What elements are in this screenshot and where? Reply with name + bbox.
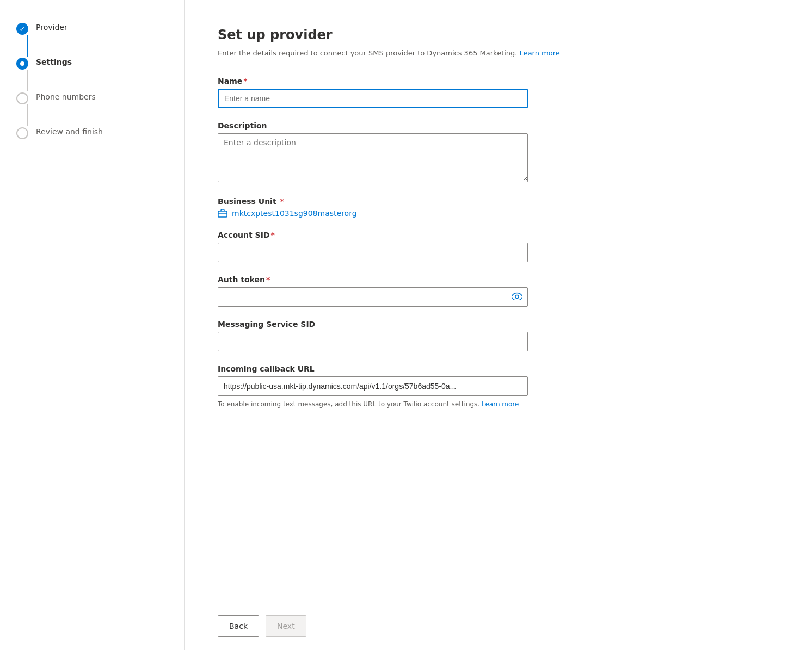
required-indicator-sid: * xyxy=(270,231,274,239)
dot-settings xyxy=(20,61,24,66)
description-label: Description xyxy=(218,121,779,130)
account-sid-input[interactable] xyxy=(218,243,528,262)
subtitle: Enter the details required to connect yo… xyxy=(218,49,779,57)
page-title: Set up provider xyxy=(218,27,779,42)
show-password-icon[interactable] xyxy=(512,293,522,302)
back-button[interactable]: Back xyxy=(218,615,259,637)
account-sid-group: Account SID* xyxy=(218,231,779,262)
required-indicator-bu: * xyxy=(278,197,284,206)
account-sid-label: Account SID* xyxy=(218,231,779,239)
callback-url-group: Incoming callback URL To enable incoming… xyxy=(218,364,779,409)
step-circle-phone xyxy=(16,92,28,104)
name-field-group: Name* xyxy=(218,77,779,108)
step-review: Review and finish xyxy=(16,126,168,139)
auth-token-input[interactable] xyxy=(218,287,528,307)
connector-2 xyxy=(27,70,28,91)
step-circle-settings xyxy=(16,58,28,70)
messaging-sid-group: Messaging Service SID xyxy=(218,320,779,351)
content-area: Set up provider Enter the details requir… xyxy=(185,0,812,602)
step-label-provider: Provider xyxy=(36,22,67,32)
required-indicator-auth: * xyxy=(266,275,270,284)
learn-more-link[interactable]: Learn more xyxy=(520,49,560,57)
description-field-group: Description xyxy=(218,121,779,184)
messaging-sid-input[interactable] xyxy=(218,332,528,351)
description-textarea[interactable] xyxy=(218,133,528,182)
auth-token-wrapper xyxy=(218,287,528,307)
footer: Back Next xyxy=(185,602,812,650)
required-indicator: * xyxy=(243,77,247,85)
step-label-phone: Phone numbers xyxy=(36,91,96,101)
callback-url-label: Incoming callback URL xyxy=(218,364,779,373)
step-circle-provider: ✓ xyxy=(16,23,28,35)
business-unit-value[interactable]: mktcxptest1031sg908masterorg xyxy=(218,209,779,218)
svg-point-2 xyxy=(515,295,519,299)
step-label-review: Review and finish xyxy=(36,126,103,136)
step-label-settings: Settings xyxy=(36,57,72,66)
business-unit-group: Business Unit * mktcxptest1031sg908maste… xyxy=(218,197,779,218)
callback-url-input[interactable] xyxy=(218,376,528,396)
connector-3 xyxy=(27,104,28,126)
connector-1 xyxy=(27,35,28,57)
name-label: Name* xyxy=(218,77,779,85)
name-input[interactable] xyxy=(218,89,528,108)
callback-hint: To enable incoming text messages, add th… xyxy=(218,399,528,409)
next-button[interactable]: Next xyxy=(266,615,306,637)
callback-learn-more-link[interactable]: Learn more xyxy=(482,400,519,408)
step-phone-numbers: Phone numbers xyxy=(16,91,168,104)
step-circle-review xyxy=(16,127,28,139)
main-content: Set up provider Enter the details requir… xyxy=(185,0,812,650)
sidebar: ✓ Provider Settings Phone numbers Review… xyxy=(0,0,185,650)
business-unit-name: mktcxptest1031sg908masterorg xyxy=(232,209,357,218)
business-unit-icon xyxy=(218,209,227,218)
messaging-sid-label: Messaging Service SID xyxy=(218,320,779,329)
checkmark-icon: ✓ xyxy=(20,26,26,33)
auth-token-label: Auth token* xyxy=(218,275,779,284)
step-settings: Settings xyxy=(16,57,168,70)
auth-token-group: Auth token* xyxy=(218,275,779,307)
step-provider: ✓ Provider xyxy=(16,22,168,35)
business-unit-label: Business Unit * xyxy=(218,197,779,206)
